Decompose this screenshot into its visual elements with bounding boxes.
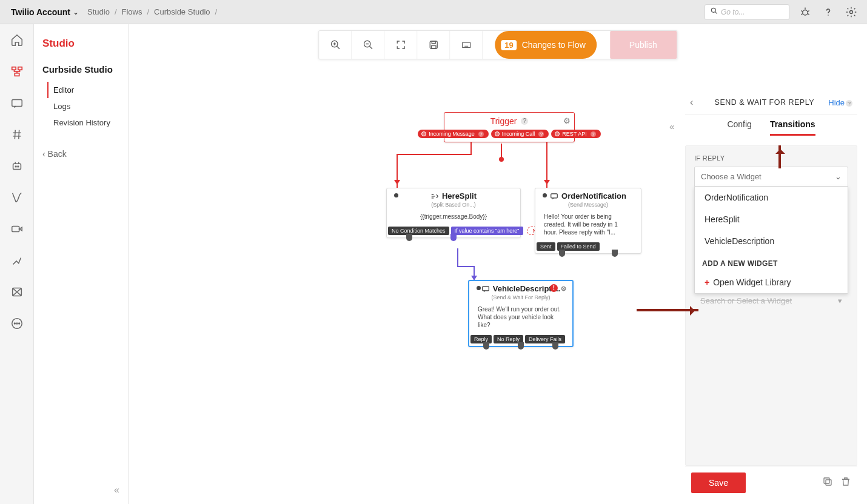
dropdown-group-header: ADD A NEW WIDGET <box>695 252 848 271</box>
tab-config[interactable]: Config <box>727 119 751 136</box>
svg-point-22 <box>17 166 18 167</box>
svg-point-21 <box>15 166 16 167</box>
tag-value-contains[interactable]: If value contains "am here" <box>451 227 523 235</box>
svg-point-28 <box>18 323 19 324</box>
search-icon <box>710 7 718 17</box>
tab-transitions[interactable]: Transitions <box>770 119 815 136</box>
node-ordernotification-subtitle: (Send Message) <box>540 202 636 208</box>
rail-home-icon[interactable] <box>10 33 24 47</box>
node-vehicledescription[interactable]: VehicleDescripti... ! ⊗ (Send & Wait For… <box>468 280 574 347</box>
breadcrumb: Studio / Flows / Curbside Studio / <box>87 7 217 16</box>
trigger-incoming-call-pill[interactable]: Incoming Call? <box>491 130 549 138</box>
canvas[interactable]: 19 Changes to Flow Publish <box>129 24 867 504</box>
inspector-title: SEND & WAIT FOR REPLY <box>700 98 828 107</box>
rail-sync-icon[interactable] <box>10 285 24 299</box>
rail-studio-icon[interactable] <box>10 64 24 79</box>
section-if-reply-label: IF REPLY <box>694 154 848 162</box>
tag-sent[interactable]: Sent <box>537 242 555 251</box>
gear-icon[interactable]: ⚙ <box>563 116 571 125</box>
crumb-flowname[interactable]: Curbside Studio <box>154 7 210 16</box>
rail-taskrouter-icon[interactable] <box>10 253 24 268</box>
account-name[interactable]: Twilio Account <box>11 7 70 17</box>
flow-name: Curbside Studio <box>42 64 121 75</box>
option-vehicledescription[interactable]: VehicleDescription <box>695 230 848 252</box>
svg-rect-11 <box>18 67 21 70</box>
nav-revision-history[interactable]: Revision History <box>47 114 121 131</box>
widget-dropdown: OrderNotification HereSplit VehicleDescr… <box>694 187 848 294</box>
svg-line-5 <box>808 10 809 12</box>
widget-search-row[interactable]: Search or Select a Widget ▾ <box>694 293 848 309</box>
message-icon <box>481 285 490 293</box>
rail-more-icon[interactable] <box>10 316 24 331</box>
node-trigger[interactable]: Trigger ? ⚙ Incoming Message? Incoming C… <box>444 112 575 142</box>
save-button[interactable]: Save <box>691 472 746 493</box>
error-icon[interactable]: ! <box>550 284 558 292</box>
collapse-nav-icon[interactable]: « <box>114 485 119 496</box>
bug-icon[interactable] <box>798 5 812 19</box>
svg-line-7 <box>808 13 809 15</box>
svg-rect-18 <box>13 164 21 169</box>
trigger-incoming-message-pill[interactable]: Incoming Message? <box>418 130 489 138</box>
node-heresplit[interactable]: HereSplit (Split Based On...) {{trigger.… <box>386 188 521 238</box>
svg-point-8 <box>828 15 829 16</box>
crumb-studio[interactable]: Studio <box>87 7 110 16</box>
svg-point-0 <box>711 8 715 12</box>
chevron-down-icon[interactable]: ⌄ <box>73 8 79 16</box>
nav-editor[interactable]: Editor <box>47 82 121 98</box>
option-heresplit[interactable]: HereSplit <box>695 208 848 230</box>
svg-point-27 <box>16 323 18 324</box>
svg-marker-46 <box>394 180 400 185</box>
crumb-sep: / <box>215 7 218 16</box>
inspector-panel: « ‹ SEND & WAIT FOR REPLY Hide? Config T… <box>685 91 857 499</box>
rail-messaging-icon[interactable] <box>10 96 24 110</box>
inspector-back-icon[interactable]: ‹ <box>690 97 700 108</box>
global-search[interactable] <box>705 4 789 20</box>
rail-autopilot-icon[interactable] <box>10 159 24 173</box>
search-input[interactable] <box>721 8 784 16</box>
rail-hash-icon[interactable] <box>10 127 24 142</box>
svg-point-47 <box>499 157 504 162</box>
split-icon <box>430 192 439 201</box>
svg-line-6 <box>801 13 803 15</box>
svg-point-9 <box>850 10 853 13</box>
secondary-nav: Studio Curbside Studio Editor Logs Revis… <box>34 24 129 504</box>
svg-line-16 <box>15 130 15 139</box>
svg-rect-52 <box>826 480 831 485</box>
node-heresplit-title: HereSplit <box>442 191 477 201</box>
node-ordernotification[interactable]: OrderNotification (Send Message) Hello! … <box>535 188 641 254</box>
svg-point-2 <box>803 10 808 15</box>
svg-rect-50 <box>551 193 558 197</box>
page-title: Studio <box>42 38 121 50</box>
help-icon[interactable]: ? <box>521 118 528 125</box>
svg-line-1 <box>715 12 717 13</box>
rail-functions-icon[interactable] <box>10 190 24 205</box>
tag-no-condition[interactable]: No Condition Matches <box>388 227 449 235</box>
crumb-sep: / <box>115 7 117 16</box>
option-ordernotification[interactable]: OrderNotification <box>695 187 848 208</box>
inspector-hide-link[interactable]: Hide? <box>828 98 852 107</box>
gear-icon[interactable] <box>844 5 859 19</box>
tag-delivery-fails[interactable]: Delivery Fails <box>525 335 565 343</box>
widget-select[interactable]: Choose a Widget ⌄ <box>694 167 848 187</box>
svg-rect-23 <box>12 226 19 231</box>
node-trigger-title: Trigger <box>490 116 517 126</box>
nav-logs[interactable]: Logs <box>47 98 121 114</box>
message-icon <box>550 192 558 201</box>
node-vehicledescription-body: Great! We'll run your order out. What do… <box>474 304 567 330</box>
node-vehicledescription-subtitle: (Send & Wait For Reply) <box>474 294 567 300</box>
duplicate-icon[interactable] <box>822 476 833 489</box>
svg-line-17 <box>18 130 19 139</box>
crumb-flows[interactable]: Flows <box>122 7 142 16</box>
close-icon[interactable]: ⊗ <box>561 285 566 293</box>
svg-point-26 <box>14 323 15 324</box>
widget-search-placeholder: Search or Select a Widget <box>700 296 792 305</box>
help-icon[interactable] <box>821 5 835 19</box>
back-link[interactable]: ‹ Back <box>42 149 121 159</box>
node-heresplit-body: {{trigger.message.Body}} <box>392 211 515 222</box>
rail-video-icon[interactable] <box>10 222 24 236</box>
trash-icon[interactable] <box>840 476 851 489</box>
collapse-inspector-icon[interactable]: « <box>669 121 674 131</box>
option-open-widget-library[interactable]: +Open Widget Library <box>695 271 848 293</box>
svg-rect-12 <box>15 73 19 76</box>
trigger-rest-api-pill[interactable]: REST API? <box>551 130 600 138</box>
